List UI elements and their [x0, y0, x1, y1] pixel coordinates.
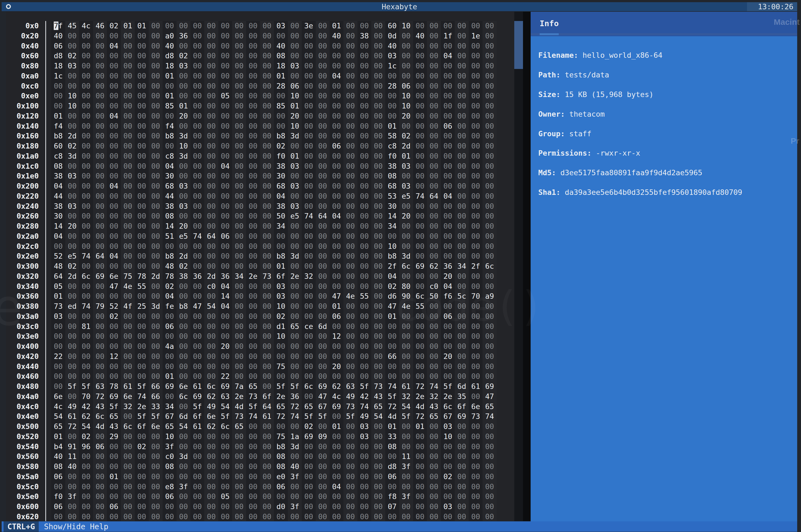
- hex-byte[interactable]: 00: [149, 372, 163, 382]
- hex-byte[interactable]: 00: [371, 482, 385, 492]
- hex-byte[interactable]: 00: [135, 311, 149, 322]
- hex-byte[interactable]: 00: [483, 61, 496, 71]
- hex-byte[interactable]: 78: [135, 271, 149, 282]
- hex-byte[interactable]: 00: [204, 261, 218, 271]
- hex-byte[interactable]: 00: [232, 452, 246, 462]
- hex-byte[interactable]: 00: [65, 121, 79, 131]
- hex-byte[interactable]: 00: [135, 101, 149, 111]
- hex-byte[interactable]: 00: [218, 131, 232, 141]
- hex-byte[interactable]: 65: [163, 422, 177, 432]
- hex-byte[interactable]: 38: [274, 162, 288, 171]
- hex-byte[interactable]: 68: [163, 181, 177, 191]
- hex-byte[interactable]: 00: [232, 162, 246, 171]
- hex-byte[interactable]: 00: [399, 311, 413, 322]
- hex-byte[interactable]: 00: [427, 21, 441, 31]
- hex-byte[interactable]: 00: [288, 141, 302, 151]
- hex-byte[interactable]: 01: [413, 422, 427, 432]
- hex-byte[interactable]: 00: [204, 311, 218, 322]
- hex-byte[interactable]: 00: [246, 41, 260, 51]
- hex-byte[interactable]: 10: [177, 141, 190, 151]
- hex-byte[interactable]: 00: [79, 121, 93, 131]
- hex-byte[interactable]: 00: [149, 442, 163, 452]
- hex-byte[interactable]: 00: [260, 372, 274, 382]
- hex-byte[interactable]: 00: [288, 342, 302, 352]
- hex-byte[interactable]: f0: [51, 492, 65, 502]
- hex-byte[interactable]: 00: [344, 282, 358, 292]
- hex-byte[interactable]: 00: [163, 111, 177, 121]
- hex-byte[interactable]: 00: [302, 131, 316, 141]
- hex-byte[interactable]: 01: [330, 422, 344, 432]
- hex-byte[interactable]: 00: [177, 342, 190, 352]
- hex-byte[interactable]: 00: [330, 432, 344, 442]
- hex-byte[interactable]: 79: [93, 301, 107, 311]
- hex-byte[interactable]: 00: [344, 151, 358, 162]
- hex-byte[interactable]: 00: [441, 462, 455, 472]
- hex-byte[interactable]: 00: [316, 131, 330, 141]
- hex-byte[interactable]: 02: [399, 131, 413, 141]
- hex-byte[interactable]: 90: [399, 291, 413, 301]
- hex-byte[interactable]: 00: [177, 162, 190, 171]
- hex-byte[interactable]: 74: [135, 392, 149, 402]
- hex-byte[interactable]: 00: [344, 181, 358, 191]
- hex-byte[interactable]: 00: [232, 432, 246, 442]
- hex-byte[interactable]: 00: [204, 472, 218, 482]
- hex-byte[interactable]: 00: [330, 171, 344, 181]
- hex-byte[interactable]: 00: [316, 352, 330, 362]
- hex-byte[interactable]: 00: [455, 422, 469, 432]
- hex-byte[interactable]: 00: [190, 342, 204, 352]
- hex-byte[interactable]: 12: [330, 331, 344, 342]
- hex-byte[interactable]: 00: [413, 51, 427, 61]
- hex-byte[interactable]: 00: [204, 342, 218, 352]
- hex-byte[interactable]: 04: [441, 191, 455, 202]
- hex-byte[interactable]: 00: [218, 322, 232, 332]
- hex-byte[interactable]: 00: [190, 512, 204, 521]
- hex-byte[interactable]: 01: [399, 151, 413, 162]
- hex-byte[interactable]: 00: [330, 91, 344, 101]
- hex-byte[interactable]: 00: [469, 41, 483, 51]
- hex-byte[interactable]: 00: [177, 502, 190, 512]
- hex-byte[interactable]: 00: [149, 291, 163, 301]
- hex-byte[interactable]: 00: [246, 472, 260, 482]
- hex-byte[interactable]: 00: [316, 472, 330, 482]
- hex-byte[interactable]: 00: [246, 91, 260, 101]
- hex-byte[interactable]: 00: [65, 162, 79, 171]
- hex-byte[interactable]: 18: [163, 61, 177, 71]
- hex-byte[interactable]: 00: [204, 41, 218, 51]
- hex-byte[interactable]: 00: [232, 191, 246, 202]
- hex-byte[interactable]: 00: [399, 41, 413, 51]
- hex-byte[interactable]: 00: [107, 101, 121, 111]
- hex-byte[interactable]: 00: [316, 311, 330, 322]
- hex-byte[interactable]: 00: [232, 492, 246, 502]
- hex-byte[interactable]: 00: [232, 211, 246, 221]
- hex-byte[interactable]: 00: [93, 291, 107, 301]
- hex-byte[interactable]: 00: [121, 462, 135, 472]
- hex-byte[interactable]: 00: [413, 372, 427, 382]
- hex-byte[interactable]: 00: [302, 61, 316, 71]
- hex-byte[interactable]: 00: [330, 111, 344, 121]
- hex-byte[interactable]: 00: [483, 331, 496, 342]
- hex-byte[interactable]: 00: [163, 242, 177, 251]
- hex-byte[interactable]: c8: [163, 151, 177, 162]
- hex-byte[interactable]: 00: [330, 372, 344, 382]
- hex-byte[interactable]: 00: [469, 322, 483, 332]
- hex-byte[interactable]: 74: [79, 301, 93, 311]
- hex-byte[interactable]: 00: [344, 101, 358, 111]
- hex-byte[interactable]: 00: [330, 162, 344, 171]
- hex-byte[interactable]: 00: [107, 261, 121, 271]
- hex-byte[interactable]: 00: [149, 91, 163, 101]
- hex-byte[interactable]: 00: [51, 362, 65, 372]
- hex-byte[interactable]: 00: [358, 191, 371, 202]
- hex-byte[interactable]: 00: [316, 362, 330, 372]
- hex-byte[interactable]: 00: [260, 291, 274, 301]
- hex-byte[interactable]: 00: [385, 71, 399, 81]
- hex-byte[interactable]: 6d: [316, 322, 330, 332]
- hex-byte[interactable]: 02: [385, 282, 399, 292]
- hex-byte[interactable]: 36: [218, 271, 232, 282]
- hex-byte[interactable]: 00: [121, 362, 135, 372]
- hex-byte[interactable]: 64: [316, 211, 330, 221]
- hex-byte[interactable]: 2e: [288, 271, 302, 282]
- hex-byte[interactable]: 00: [135, 131, 149, 141]
- hex-byte[interactable]: 47: [330, 291, 344, 301]
- hex-byte[interactable]: 00: [288, 231, 302, 242]
- hex-byte[interactable]: 00: [93, 71, 107, 81]
